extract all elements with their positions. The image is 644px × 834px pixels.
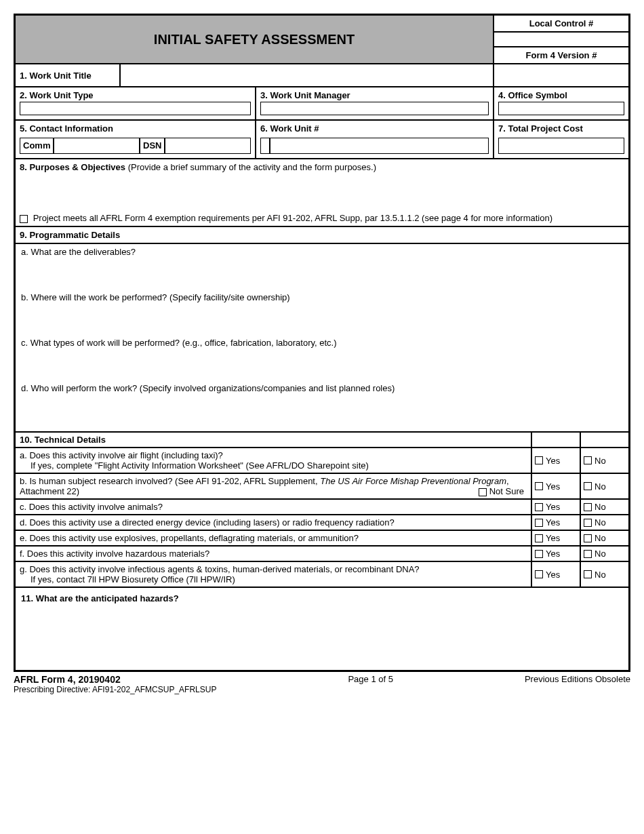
performers-input[interactable]	[21, 393, 623, 429]
deliverables-input[interactable]	[21, 257, 623, 292]
exemption-checkbox[interactable]	[20, 215, 28, 223]
tech-f-no[interactable]	[584, 550, 592, 558]
tech-e-no[interactable]	[584, 534, 592, 542]
directive: Prescribing Directive: AFI91-202_AFMCSUP…	[14, 685, 216, 694]
field-9c-label: c. What types of work will be performed?…	[21, 338, 623, 348]
tech-b-notsure[interactable]	[479, 488, 487, 496]
work-types-input[interactable]	[21, 348, 623, 383]
field-4-label: 4. Office Symbol	[498, 90, 624, 100]
form-version-label: Form 4 Version #	[494, 47, 629, 64]
tech-yes-header	[531, 432, 580, 448]
hazards-input[interactable]	[21, 603, 623, 664]
tech-a-yes[interactable]	[535, 456, 543, 464]
field-2-label: 2. Work Unit Type	[20, 90, 251, 100]
field-9-label: 9. Programmatic Details	[15, 226, 629, 243]
work-unit-num-input[interactable]	[270, 138, 489, 154]
field-10-label: 10. Technical Details	[15, 432, 531, 448]
tech-g-no[interactable]	[584, 570, 592, 578]
field-11-label: 11. What are the anticipated hazards?	[21, 593, 623, 603]
field-7-label: 7. Total Project Cost	[498, 123, 624, 134]
tech-c-no[interactable]	[584, 503, 592, 511]
total-cost-input[interactable]	[498, 138, 624, 154]
field-6-label: 6. Work Unit #	[260, 123, 489, 134]
field-9a-label: a. What are the deliverables?	[21, 247, 623, 257]
field-8-label: 8. Purposes & Objectives	[20, 162, 125, 172]
office-symbol-input[interactable]	[498, 102, 624, 115]
field-1-label: 1. Work Unit Title	[20, 71, 92, 81]
tech-e-question: e. Does this activity use explosives, pr…	[15, 530, 531, 546]
tech-b-yes[interactable]	[535, 482, 543, 490]
tech-e-yes[interactable]	[535, 534, 543, 542]
work-unit-type-input[interactable]	[20, 102, 251, 115]
location-input[interactable]	[21, 302, 623, 338]
local-control-input[interactable]	[494, 32, 629, 47]
tech-d-yes[interactable]	[535, 519, 543, 527]
tech-f-yes[interactable]	[535, 550, 543, 558]
tech-a-question: a. Does this activity involve air flight…	[15, 448, 531, 473]
tech-d-no[interactable]	[584, 519, 592, 527]
form-title: INITIAL SAFETY ASSESSMENT	[15, 15, 494, 64]
exemption-text: Project meets all AFRL Form 4 exemption …	[33, 213, 552, 223]
field-9b-label: b. Where will the work be performed? (Sp…	[21, 292, 623, 302]
comm-label: Comm	[20, 138, 54, 154]
field-9d-label: d. Who will perform the work? (Specify i…	[21, 383, 623, 393]
tech-a-no[interactable]	[584, 456, 592, 464]
work-unit-num-prefix[interactable]	[260, 138, 270, 154]
work-unit-manager-input[interactable]	[260, 102, 489, 115]
form-container: INITIAL SAFETY ASSESSMENT Local Control …	[14, 14, 630, 672]
local-control-label: Local Control #	[494, 15, 629, 32]
tech-no-header	[580, 432, 629, 448]
field-8-hint: (Provide a brief summary of the activity…	[125, 162, 376, 172]
header-row: INITIAL SAFETY ASSESSMENT Local Control …	[15, 15, 629, 64]
tech-c-yes[interactable]	[535, 503, 543, 511]
tech-f-question: f. Does this activity involve hazardous …	[15, 546, 531, 561]
form-id: AFRL Form 4, 20190402	[14, 674, 216, 685]
tech-c-question: c. Does this activity involve animals?	[15, 499, 531, 515]
work-unit-title-input[interactable]	[120, 64, 494, 87]
tech-g-yes[interactable]	[535, 570, 543, 578]
dsn-label: DSN	[140, 138, 165, 154]
footer: AFRL Form 4, 20190402 Prescribing Direct…	[14, 674, 630, 694]
page-number: Page 1 of 5	[348, 674, 393, 694]
comm-input[interactable]	[54, 138, 140, 154]
tech-b-question: b. Is human subject research involved? (…	[15, 473, 531, 499]
tech-d-question: d. Does this activity use a directed ene…	[15, 515, 531, 530]
obsolete-notice: Previous Editions Obsolete	[525, 674, 630, 694]
dsn-input[interactable]	[165, 138, 251, 154]
field-5-label: 5. Contact Information	[20, 123, 251, 134]
purposes-input[interactable]	[20, 172, 624, 213]
tech-b-no[interactable]	[584, 482, 592, 490]
form-version-input[interactable]	[494, 64, 629, 87]
field-3-label: 3. Work Unit Manager	[260, 90, 489, 100]
tech-g-question: g. Does this activity involve infectious…	[15, 561, 531, 587]
